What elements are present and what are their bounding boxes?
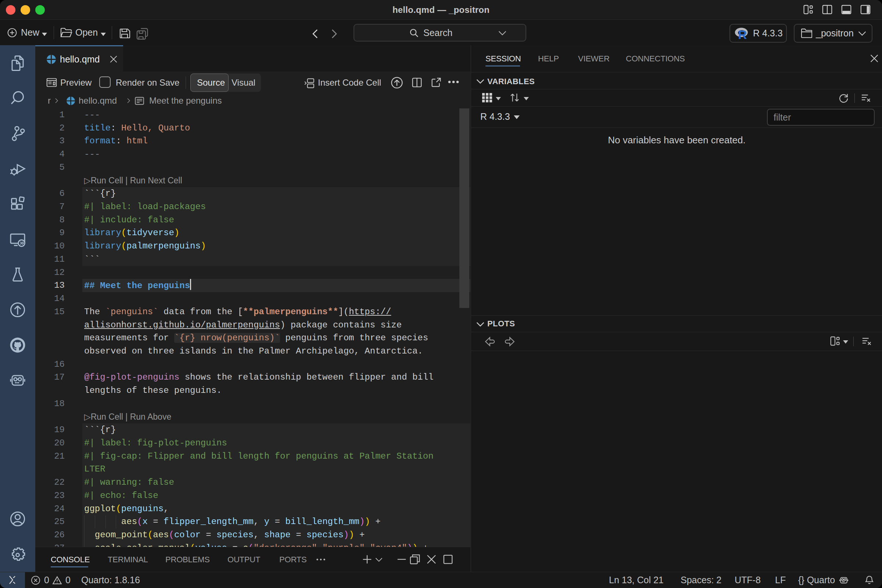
svg-text:R: R — [738, 28, 747, 42]
